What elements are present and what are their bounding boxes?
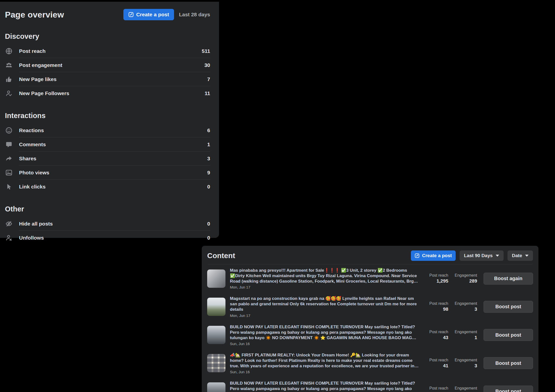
engagement-label: Engagement (455, 386, 477, 391)
smiley-icon (5, 126, 13, 134)
create-post-button[interactable]: Create a post (123, 9, 174, 20)
post-reach-value: 98 (426, 307, 448, 312)
post-reach-label: Post reach (426, 301, 448, 306)
date-range-dropdown[interactable]: Last 90 Days (460, 250, 504, 261)
post-row: Magsstart na po ang construction kaya gr… (207, 292, 533, 321)
metric-row-new-page-followers[interactable]: New Page Followers 11 (5, 86, 210, 100)
post-reach-label: Post reach (426, 273, 448, 278)
boost-button[interactable]: Boost post (484, 386, 533, 392)
post-reach-label: Post reach (426, 386, 448, 391)
metric-row-link-clicks[interactable]: Link clicks 0 (5, 180, 210, 194)
metric-label: Comments (19, 142, 207, 147)
desktop-background: Page overview Create a post Last 28 days… (0, 0, 555, 392)
metric-row-shares[interactable]: Shares 3 (5, 151, 210, 165)
post-reach-metric: Post reach 41 (426, 358, 448, 369)
sort-value: Date (512, 253, 522, 258)
post-reach-metric: Post reach 36 (426, 386, 448, 392)
metric-label: Photo views (19, 170, 207, 176)
post-main: Magsstart na po ang construction kaya gr… (230, 296, 426, 317)
content-header: Content Create a post Last 90 Days Date (207, 246, 533, 264)
metric-label: New Page likes (19, 76, 207, 82)
post-text-link[interactable]: 📣🏡 FIRST PLATINUM REALTY: Unlock Your Dr… (230, 352, 420, 369)
hide-eye-icon (5, 220, 13, 228)
follower-check-icon (5, 89, 13, 97)
engagement-label: Engagement (455, 273, 477, 278)
post-reach-value: 43 (426, 335, 448, 340)
post-metrics: Post reach 98 Engagement 3 (426, 301, 477, 312)
post-date: Sun, Jun 16 (230, 342, 420, 346)
cursor-icon (5, 183, 13, 191)
sort-dropdown[interactable]: Date (508, 250, 533, 261)
post-main: Mas pinababa ang presyo!!! Apartment for… (230, 268, 426, 289)
engagement-value: 289 (455, 278, 477, 284)
metric-row-comments[interactable]: Comments 1 (5, 137, 210, 151)
post-reach-metric: Post reach 98 (426, 301, 448, 312)
engagement-metric: Engagement 3 (455, 301, 477, 312)
globe-icon (5, 47, 13, 55)
post-row: 📣🏡 FIRST PLATINUM REALTY: Unlock Your Dr… (207, 349, 533, 377)
metric-value: 3 (207, 156, 210, 162)
post-reach-metric: Post reach 1,295 (426, 273, 448, 284)
engagement-metric: Engagement 3 (455, 358, 477, 369)
post-thumbnail[interactable] (207, 298, 225, 316)
post-reach-value: 41 (426, 363, 448, 369)
post-row: Mas pinababa ang presyo!!! Apartment for… (207, 264, 533, 292)
metric-row-new-page-likes[interactable]: New Page likes 7 (5, 72, 210, 86)
metric-row-post-reach[interactable]: Post reach 511 (5, 44, 210, 58)
post-reach-metric: Post reach 43 (426, 330, 448, 340)
metric-value: 30 (204, 62, 210, 68)
engagement-label: Engagement (455, 358, 477, 362)
boost-button[interactable]: Boost post (484, 301, 533, 313)
post-thumbnail[interactable] (207, 354, 225, 372)
boost-button[interactable]: Boost post (484, 357, 533, 369)
date-range-value: Last 90 Days (464, 253, 493, 258)
section-heading-other: Other (5, 205, 210, 213)
metric-row-post-engagement[interactable]: Post engagement 30 (5, 58, 210, 72)
post-text-link[interactable]: Magsstart na po ang construction kaya gr… (230, 296, 420, 312)
metric-row-photo-views[interactable]: Photo views 9 (5, 165, 210, 180)
metric-row-hide-all-posts[interactable]: Hide all posts 0 (5, 217, 210, 231)
boost-button[interactable]: Boost post (484, 329, 533, 341)
metric-value: 0 (207, 184, 210, 190)
metric-value: 1 (207, 142, 210, 147)
metric-value: 0 (207, 235, 210, 241)
boost-button[interactable]: Boost again (484, 273, 533, 285)
engagement-metric: Engagement 1 (455, 330, 477, 340)
post-date: Sun, Jun 16 (230, 370, 420, 374)
create-post-button[interactable]: Create a post (411, 250, 455, 261)
create-post-label: Create a post (136, 12, 169, 18)
post-date: Mon, Jun 17 (230, 313, 420, 318)
post-thumbnail[interactable] (207, 382, 225, 392)
metric-value: 6 (207, 127, 210, 133)
post-reach-value: 1,295 (426, 278, 448, 284)
post-text-link[interactable]: BUILD NOW PAY LATER ELEGANT FINISH COMPL… (230, 324, 420, 341)
engagement-value: 3 (455, 363, 477, 369)
post-thumbnail[interactable] (207, 269, 225, 288)
chevron-down-icon (496, 255, 499, 257)
engagement-label: Engagement (455, 330, 477, 334)
chevron-down-icon (525, 255, 529, 257)
metric-label: Reactions (19, 127, 207, 133)
thumbs-up-icon (5, 75, 13, 83)
content-panel: Content Create a post Last 90 Days Date … (202, 246, 538, 392)
unfollow-icon (5, 234, 13, 242)
post-text-link[interactable]: Mas pinababa ang presyo!!! Apartment for… (230, 268, 420, 284)
post-thumbnail[interactable] (207, 326, 225, 344)
post-reach-label: Post reach (426, 330, 448, 334)
metric-label: New Page Followers (19, 90, 205, 96)
overview-header: Page overview Create a post Last 28 days (5, 8, 210, 21)
metric-row-reactions[interactable]: Reactions 6 (5, 123, 210, 137)
metric-value: 0 (207, 221, 210, 227)
post-metrics: Post reach 1,295 Engagement 289 (426, 273, 477, 284)
post-text-link[interactable]: BUILD NOW PAY LATER ELEGANT FINISH COMPL… (230, 381, 420, 392)
page-overview-panel: Page overview Create a post Last 28 days… (0, 2, 219, 238)
post-main: BUILD NOW PAY LATER ELEGANT FINISH COMPL… (230, 324, 426, 346)
photo-icon (5, 169, 13, 177)
page-title: Page overview (5, 10, 123, 20)
metric-label: Hide all posts (19, 221, 207, 227)
metric-value: 11 (205, 90, 210, 96)
engagement-label: Engagement (455, 301, 477, 306)
metric-label: Post reach (19, 48, 202, 54)
metric-row-unfollows[interactable]: Unfollows 0 (5, 231, 210, 245)
post-metrics: Post reach 41 Engagement 3 (426, 358, 477, 369)
